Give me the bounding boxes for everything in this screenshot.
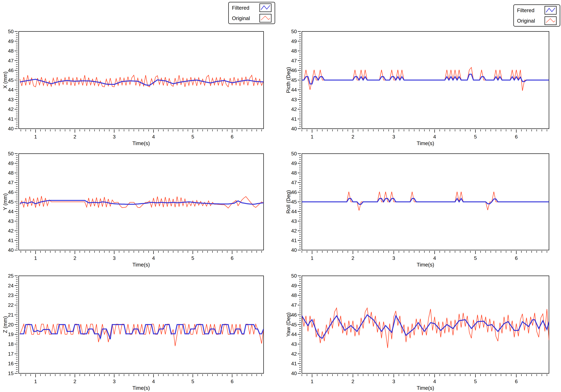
y-tick-label: 49 <box>291 160 297 166</box>
y-tick-label: 47 <box>291 58 297 63</box>
y-tick-label: 44 <box>8 87 14 93</box>
x-tick-label: 1 <box>311 255 313 261</box>
y-tick-label: 40 <box>8 126 14 132</box>
x-tick-label: 6 <box>231 255 234 261</box>
x-tick-label: 5 <box>191 255 194 261</box>
x-tick-label: 1 <box>34 255 37 261</box>
y-axis-title-g: X (mm) <box>2 72 8 89</box>
x-tick-label: 2 <box>73 255 76 261</box>
chart-y-mm: 4041424344454647484950Y (mm)123456Time(s… <box>0 151 266 269</box>
y-axis: 4041424344454647484950 <box>291 273 301 376</box>
y-tick-label: 46 <box>291 189 297 195</box>
plot-area-x: 4041424344454647484950X (mm)123456Time(s… <box>0 29 266 147</box>
legend-line-sample-original-icon[interactable] <box>545 16 557 25</box>
x-tick-label: 3 <box>392 134 395 140</box>
x-axis-title-g: Time(s) <box>132 140 150 146</box>
y-tick-label: 45 <box>291 77 297 83</box>
x-tick-label: 6 <box>231 379 234 384</box>
legend-label-filtered: Filtered <box>232 5 249 10</box>
y-tick-label: 18 <box>8 341 14 347</box>
y-tick-label: 21 <box>8 312 14 318</box>
y-axis: 4041424344454647484950 <box>8 29 18 132</box>
y-tick-label: 42 <box>291 351 297 357</box>
x-axis-title-g: Time(s) <box>132 262 150 268</box>
y-tick-label: 50 <box>8 29 14 34</box>
x-tick-label: 4 <box>152 379 155 384</box>
x-tick-label: 4 <box>152 134 155 140</box>
y-tick-label: 47 <box>291 302 297 308</box>
legend-item-filtered: Filtered <box>517 6 557 15</box>
x-axis: 123456 <box>302 129 547 140</box>
x-axis-title: Time(s) <box>417 262 434 268</box>
y-tick-label: 48 <box>8 48 14 54</box>
y-tick-label: 43 <box>291 341 297 347</box>
y-axis-title: Roll (Deg) <box>285 190 291 214</box>
legend-item-original: Original <box>517 16 557 25</box>
y-tick-label: 48 <box>291 170 297 176</box>
legend-line-sample-filtered-icon[interactable] <box>545 6 557 15</box>
x-tick-label: 5 <box>474 255 477 261</box>
x-axis: 123456 <box>21 251 262 261</box>
plot-area-roll: 4041424344454647484950Roll (Deg)123456Ti… <box>283 151 551 269</box>
x-tick-label: 2 <box>73 379 76 384</box>
y-tick-label: 43 <box>291 97 297 103</box>
x-tick-label: 6 <box>515 134 518 140</box>
plot-frame <box>19 31 264 129</box>
y-tick-label: 47 <box>291 180 297 186</box>
x-tick-label: 6 <box>515 255 518 261</box>
y-axis-title-g: Roll (Deg) <box>285 190 291 214</box>
y-tick-label: 16 <box>8 361 14 366</box>
x-tick-label: 4 <box>433 379 436 384</box>
chart-yaw-deg: 4041424344454647484950Yaw (Deg)123456Tim… <box>283 273 551 392</box>
y-tick-label: 20 <box>8 322 14 328</box>
y-tick-label: 41 <box>8 237 14 243</box>
x-tick-label: 5 <box>474 134 477 140</box>
y-axis-title-g: Picth (Deg) <box>285 67 291 93</box>
y-tick-label: 19 <box>8 331 14 337</box>
plot-area-z: 1516171819202122232425Z (mm)123456Time(s… <box>0 273 266 392</box>
y-axis-title-g: Yaw (Deg) <box>285 312 291 337</box>
y-tick-label: 42 <box>8 106 14 112</box>
y-axis-title: Picth (Deg) <box>285 67 291 93</box>
y-tick-label: 44 <box>8 209 14 214</box>
front-panel: Filtered Original Filtered <box>0 0 561 392</box>
y-tick-label: 45 <box>8 77 14 83</box>
x-tick-label: 1 <box>311 379 313 384</box>
y-tick-label: 49 <box>8 160 14 166</box>
y-tick-label: 48 <box>291 292 297 298</box>
y-axis-title-g: Y (mm) <box>2 193 8 210</box>
plot-legend-right: Filtered Original <box>513 4 560 27</box>
x-axis-title: Time(s) <box>132 140 150 146</box>
plot-legend-left: Filtered Original <box>228 2 275 24</box>
y-tick-label: 22 <box>8 302 14 308</box>
x-axis: 123456 <box>21 374 262 384</box>
legend-line-sample-filtered-icon[interactable] <box>259 3 271 12</box>
y-tick-label: 50 <box>8 151 14 156</box>
y-tick-label: 43 <box>8 218 14 224</box>
y-tick-label: 49 <box>291 283 297 289</box>
y-axis-title-g: Z (mm) <box>2 316 8 333</box>
y-tick-label: 43 <box>291 218 297 224</box>
legend-line-sample-original-icon[interactable] <box>259 14 271 22</box>
y-tick-label: 44 <box>291 87 297 93</box>
y-tick-label: 45 <box>291 199 297 205</box>
chart-picth-deg: 4041424344454647484950Picth (Deg)123456T… <box>283 29 551 147</box>
y-axis: 4041424344454647484950 <box>291 29 301 132</box>
y-tick-label: 46 <box>8 189 14 195</box>
x-tick-label: 5 <box>191 134 194 140</box>
y-tick-label: 42 <box>291 228 297 234</box>
x-tick-label: 3 <box>392 379 395 384</box>
y-tick-label: 40 <box>291 247 297 253</box>
y-axis-title: Z (mm) <box>2 316 8 333</box>
y-tick-label: 24 <box>8 283 14 289</box>
x-axis-title-g: Time(s) <box>417 385 434 391</box>
y-axis: 4041424344454647484950 <box>291 151 301 253</box>
y-tick-label: 42 <box>291 106 297 112</box>
x-axis-title: Time(s) <box>132 262 150 268</box>
y-tick-label: 40 <box>291 126 297 132</box>
y-tick-label: 25 <box>8 273 14 279</box>
x-tick-label: 6 <box>231 134 234 140</box>
y-tick-label: 45 <box>291 322 297 328</box>
x-tick-label: 5 <box>191 379 194 384</box>
x-tick-label: 2 <box>352 255 354 261</box>
